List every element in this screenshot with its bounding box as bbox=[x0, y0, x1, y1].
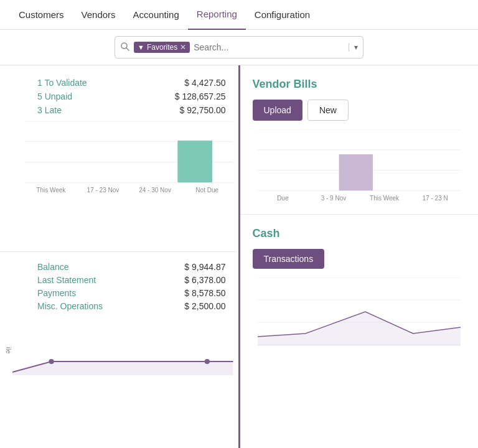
search-dropdown-button[interactable]: ▾ bbox=[349, 43, 358, 52]
cash-value-misc: $ 2,500.00 bbox=[184, 301, 225, 311]
cash-label-misc[interactable]: Misc. Operations bbox=[37, 301, 103, 311]
new-button[interactable]: New bbox=[307, 100, 349, 121]
invoice-stats: 1 To Validate $ 4,427.50 5 Unpaid $ 128,… bbox=[0, 65, 238, 115]
cash-left-section: ile Balance $ 9,944.87 Last Statement $ … bbox=[0, 252, 238, 448]
nav-customers[interactable]: Customers bbox=[10, 0, 73, 30]
x-label-17-23-n: 17 - 23 N bbox=[410, 195, 461, 202]
cash-svg-right bbox=[258, 278, 461, 346]
vendor-bills-section: Vendor Bills Upload New Due 3 - bbox=[240, 65, 479, 215]
x-label-24-30: 24 - 30 Nov bbox=[129, 187, 181, 194]
x-label-this-week-vb: This Week bbox=[359, 195, 410, 202]
cash-svg-left bbox=[12, 319, 233, 375]
cash-title: Cash bbox=[253, 227, 466, 240]
vendor-bills-bar-chart bbox=[258, 129, 461, 192]
x-label-3-9-nov: 3 - 9 Nov bbox=[308, 195, 359, 202]
right-panel: Vendor Bills Upload New Due 3 - bbox=[240, 65, 479, 448]
invoice-chart: This Week 17 - 23 Nov 24 - 30 Nov Not Du… bbox=[0, 119, 238, 200]
stat-label-validate[interactable]: 1 To Validate bbox=[37, 78, 87, 88]
nav-configuration[interactable]: Configuration bbox=[246, 0, 319, 30]
stat-row-validate: 1 To Validate $ 4,427.50 bbox=[37, 78, 226, 88]
vendor-bills-chart: Due 3 - 9 Nov This Week 17 - 23 N bbox=[253, 127, 466, 208]
svg-line-1 bbox=[126, 48, 129, 50]
cash-value-balance: $ 9,944.87 bbox=[184, 262, 225, 272]
x-label-due: Due bbox=[258, 195, 309, 202]
top-navigation: Customers Vendors Accounting Reporting C… bbox=[0, 0, 478, 30]
cash-stat-misc: Misc. Operations $ 2,500.00 bbox=[37, 301, 226, 311]
vendor-bills-buttons: Upload New bbox=[253, 100, 466, 121]
svg-point-8 bbox=[205, 359, 210, 364]
upload-button[interactable]: Upload bbox=[253, 100, 302, 121]
filter-label: Favorites bbox=[147, 43, 177, 52]
invoice-x-axis: This Week 17 - 23 Nov 24 - 30 Nov Not Du… bbox=[25, 185, 233, 195]
cash-value-payments: $ 8,578.50 bbox=[184, 288, 225, 298]
nav-reporting[interactable]: Reporting bbox=[188, 0, 246, 30]
left-edge-label: ile bbox=[5, 347, 12, 353]
stat-label-late[interactable]: 3 Late bbox=[37, 105, 62, 115]
stat-value-late: $ 92,750.00 bbox=[180, 105, 226, 115]
stat-value-validate: $ 4,427.50 bbox=[184, 78, 225, 88]
filter-remove-button[interactable]: ✕ bbox=[180, 43, 186, 52]
svg-rect-6 bbox=[177, 141, 212, 182]
cash-section: Cash Transactions bbox=[240, 215, 479, 448]
cash-label-last-statement[interactable]: Last Statement bbox=[37, 275, 96, 285]
stat-label-unpaid[interactable]: 5 Unpaid bbox=[37, 91, 72, 101]
vendor-bills-x-axis: Due 3 - 9 Nov This Week 17 - 23 N bbox=[258, 194, 461, 203]
search-bar: ▼ Favorites ✕ ▾ bbox=[115, 36, 363, 58]
nav-vendors[interactable]: Vendors bbox=[73, 0, 124, 30]
cash-value-last-statement: $ 6,378.00 bbox=[184, 275, 225, 285]
nav-accounting[interactable]: Accounting bbox=[124, 0, 188, 30]
x-label-not-due: Not Due bbox=[181, 187, 233, 194]
cash-stat-last-statement: Last Statement $ 6,378.00 bbox=[37, 275, 226, 285]
transactions-button[interactable]: Transactions bbox=[253, 249, 325, 269]
filter-badge[interactable]: ▼ Favorites ✕ bbox=[134, 42, 190, 53]
x-label-17-23: 17 - 23 Nov bbox=[77, 187, 129, 194]
cash-label-payments[interactable]: Payments bbox=[37, 288, 76, 298]
stat-row-unpaid: 5 Unpaid $ 128,657.25 bbox=[37, 91, 226, 101]
stat-value-unpaid: $ 128,657.25 bbox=[175, 91, 226, 101]
vendor-bills-title: Vendor Bills bbox=[253, 78, 466, 91]
x-label-this-week: This Week bbox=[25, 187, 77, 194]
search-icon bbox=[120, 42, 130, 54]
filter-icon: ▼ bbox=[138, 44, 144, 51]
cash-line-chart-left bbox=[0, 319, 238, 381]
svg-point-7 bbox=[49, 359, 54, 364]
left-panel: 1 To Validate $ 4,427.50 5 Unpaid $ 128,… bbox=[0, 65, 240, 448]
search-bar-container: ▼ Favorites ✕ ▾ bbox=[0, 30, 478, 65]
cash-line-chart-right bbox=[253, 278, 466, 352]
cash-label-balance[interactable]: Balance bbox=[37, 262, 69, 272]
main-content: 1 To Validate $ 4,427.50 5 Unpaid $ 128,… bbox=[0, 65, 478, 448]
cash-stat-payments: Payments $ 8,578.50 bbox=[37, 288, 226, 298]
cash-stat-balance: Balance $ 9,944.87 bbox=[37, 262, 226, 272]
customer-invoices-section: 1 To Validate $ 4,427.50 5 Unpaid $ 128,… bbox=[0, 65, 238, 252]
svg-rect-13 bbox=[339, 154, 372, 190]
search-input[interactable] bbox=[194, 42, 345, 52]
invoice-bar-chart bbox=[25, 121, 233, 184]
stat-row-late: 3 Late $ 92,750.00 bbox=[37, 105, 226, 115]
cash-stats-area: ile Balance $ 9,944.87 Last Statement $ … bbox=[0, 252, 238, 319]
